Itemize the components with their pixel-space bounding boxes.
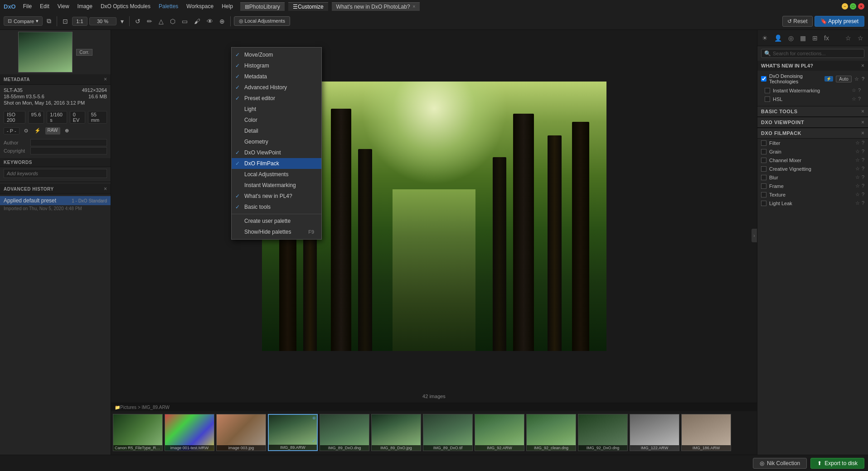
- corrections-button[interactable]: Corr.: [76, 49, 92, 56]
- star-icon-grain[interactable]: ☆: [855, 149, 860, 154]
- whats-new-close-icon[interactable]: ×: [861, 62, 864, 69]
- menu-basic-tools[interactable]: ✓ Basic tools: [232, 202, 321, 212]
- menu-view[interactable]: View: [54, 2, 73, 10]
- filmpack-item-light-leak[interactable]: Light Leak ☆ ?: [757, 199, 868, 207]
- sliders-icon-btn[interactable]: ⊞: [810, 33, 820, 43]
- search-input[interactable]: [773, 51, 861, 56]
- apply-preset-button[interactable]: 🔖 Apply preset: [815, 16, 864, 27]
- nik-collection-button[interactable]: ◎ Nik Collection: [753, 458, 807, 469]
- film-thumb-6[interactable]: IMG_89_DxO.tif: [423, 414, 473, 451]
- zoom-1-1-button[interactable]: 1:1: [72, 17, 87, 26]
- menu-local-adjustments[interactable]: Local Adjustments: [232, 169, 321, 180]
- menu-workspace[interactable]: Workspace: [183, 2, 217, 10]
- menu-instant-watermarking[interactable]: Instant Watermarking: [232, 180, 321, 191]
- film-thumb-2[interactable]: image 003.jpg: [216, 414, 266, 451]
- help-icon-light-leak[interactable]: ?: [862, 200, 864, 206]
- copyright-input[interactable]: [30, 147, 107, 154]
- menu-histogram[interactable]: ✓ Histogram: [232, 60, 321, 71]
- menu-edit[interactable]: Edit: [36, 2, 53, 10]
- denoising-auto[interactable]: Auto: [836, 76, 852, 82]
- star-icon-creative-vignetting[interactable]: ☆: [855, 166, 860, 172]
- formula-icon-btn[interactable]: fx: [821, 33, 832, 43]
- dxo-filmpack-close-icon[interactable]: ×: [861, 130, 864, 136]
- star-icon-btn[interactable]: ☆: [843, 33, 854, 43]
- flash-icon[interactable]: ⚡: [33, 127, 43, 135]
- dxo-viewpoint-close-icon[interactable]: ×: [861, 119, 864, 125]
- image-viewer[interactable]: ✓ Move/Zoom ✓ Histogram ✓ Metadata ✓ Adv…: [111, 30, 757, 403]
- star-icon-channel-mixer[interactable]: ☆: [855, 157, 860, 163]
- menu-dxo-optics[interactable]: DxO Optics Modules: [97, 2, 154, 10]
- filmpack-item-grain[interactable]: Grain ☆ ?: [757, 147, 868, 156]
- frame-checkbox[interactable]: [761, 183, 766, 189]
- menu-image[interactable]: Image: [74, 2, 96, 10]
- rotate-left-button[interactable]: ↺: [133, 16, 143, 26]
- grain-checkbox[interactable]: [761, 149, 766, 154]
- close-button[interactable]: ×: [858, 3, 864, 10]
- help-icon-grain[interactable]: ?: [862, 149, 864, 154]
- repair-button[interactable]: ⊕: [217, 16, 227, 26]
- film-thumb-9[interactable]: IMG_92_DxO.dng: [578, 414, 628, 451]
- menu-preset-editor[interactable]: ✓ Preset editor: [232, 93, 321, 104]
- denoising-checkbox[interactable]: [761, 76, 766, 82]
- metadata-close-icon[interactable]: ×: [104, 76, 107, 82]
- brush-button[interactable]: 🖌: [192, 16, 203, 26]
- texture-checkbox[interactable]: [761, 192, 766, 197]
- menu-whats-new[interactable]: ✓ What's new in PL4?: [232, 191, 321, 202]
- menu-show-hide-palettes[interactable]: Show/Hide palettes F9: [232, 226, 321, 237]
- author-input[interactable]: [30, 139, 107, 146]
- help-icon-filter[interactable]: ?: [862, 140, 864, 146]
- menu-palettes[interactable]: Palettes: [155, 2, 182, 10]
- compare-button[interactable]: ⊡ Compare ▾: [4, 16, 43, 26]
- instant-watermarking-row[interactable]: Instant Watermarking ☆ ?: [761, 86, 864, 95]
- tab-customize[interactable]: ☰ Customize: [288, 2, 328, 11]
- filmpack-item-texture[interactable]: Texture ☆ ?: [757, 190, 868, 199]
- menu-color[interactable]: Color: [232, 115, 321, 125]
- basic-tools-section[interactable]: BASIC TOOLS ×: [757, 106, 868, 117]
- film-thumb-1[interactable]: image 001-test.MRW: [165, 414, 214, 451]
- crop-button[interactable]: ⊡: [60, 16, 70, 26]
- film-thumb-5[interactable]: IMG_89_DxO.jpg: [371, 414, 421, 451]
- draw-button[interactable]: ✏: [145, 16, 155, 26]
- person-icon-btn[interactable]: 👤: [771, 33, 785, 43]
- star-icon-wm[interactable]: ☆: [852, 87, 856, 93]
- light-leak-checkbox[interactable]: [761, 201, 766, 206]
- close-tab-icon[interactable]: ×: [413, 4, 416, 9]
- maximize-button[interactable]: □: [850, 3, 856, 10]
- help-icon-channel-mixer[interactable]: ?: [862, 157, 864, 163]
- basic-tools-close-icon[interactable]: ×: [861, 108, 864, 115]
- star-icon-filter[interactable]: ☆: [855, 140, 860, 146]
- filmstrip[interactable]: 📁 Pictures > IMG_89.ARW Canon R5_FileTyp…: [111, 403, 757, 455]
- help-icon-creative-vignetting[interactable]: ?: [862, 166, 864, 172]
- tab-photo-library[interactable]: ⊞ PhotoLibrary: [240, 2, 285, 11]
- menu-detail[interactable]: Detail: [232, 125, 321, 136]
- reset-button[interactable]: ↺ Reset: [782, 16, 813, 27]
- menu-file[interactable]: File: [19, 2, 35, 10]
- menu-help[interactable]: Help: [218, 2, 237, 10]
- creative-vignetting-checkbox[interactable]: [761, 166, 766, 172]
- filter-checkbox[interactable]: [761, 140, 766, 146]
- grid-icon-btn[interactable]: ▦: [797, 33, 809, 43]
- keywords-input[interactable]: [4, 169, 107, 178]
- help-icon-frame[interactable]: ?: [862, 183, 864, 189]
- minimize-button[interactable]: −: [842, 3, 848, 10]
- film-thumb-0[interactable]: Canon R5_FileType_RAW_...: [113, 414, 163, 451]
- zoom-dropdown-button[interactable]: ▾: [118, 16, 126, 26]
- metadata-section-header[interactable]: METADATA ×: [0, 74, 111, 85]
- shape-button[interactable]: △: [156, 16, 166, 26]
- filmpack-item-filter[interactable]: Filter ☆ ?: [757, 139, 868, 147]
- star-icon-texture[interactable]: ☆: [855, 192, 860, 197]
- help-icon-wm[interactable]: ?: [858, 87, 861, 93]
- dxo-filmpack-section[interactable]: DXO FILMPACK ×: [757, 128, 868, 139]
- polygon-button[interactable]: ⬡: [168, 16, 178, 26]
- gradient-button[interactable]: ▭: [179, 16, 190, 26]
- film-thumb-7[interactable]: IMG_92.ARW: [475, 414, 524, 451]
- hsl-checkbox[interactable]: [765, 96, 770, 102]
- help-icon-blur[interactable]: ?: [862, 174, 864, 180]
- filmpack-item-channel-mixer[interactable]: Channel Mixer ☆ ?: [757, 156, 868, 164]
- split-view-button[interactable]: ⧉: [44, 16, 53, 26]
- filmpack-item-blur[interactable]: Blur ☆ ?: [757, 173, 868, 182]
- adv-history-section-header[interactable]: ADVANCED HISTORY ×: [0, 184, 111, 194]
- menu-light[interactable]: Light: [232, 104, 321, 115]
- tab-whats-new[interactable]: What's new in DxO PhotoLab? ×: [332, 2, 420, 11]
- eyedropper-button[interactable]: 👁: [204, 16, 215, 26]
